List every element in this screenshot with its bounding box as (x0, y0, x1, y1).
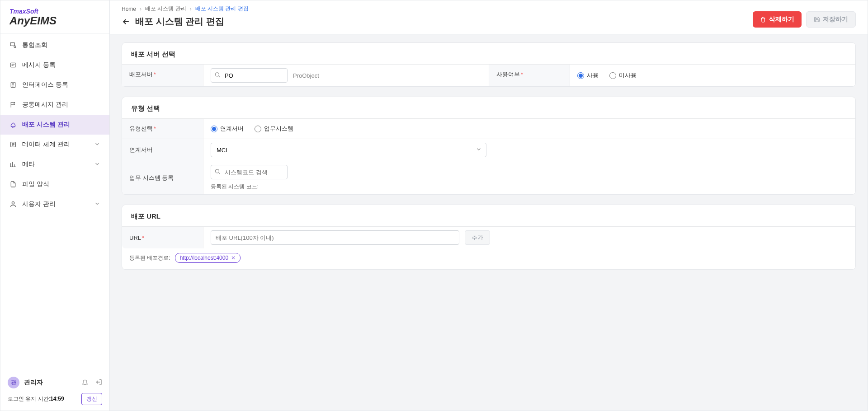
url-label: URL (129, 234, 141, 241)
delete-button-label: 삭제하기 (769, 15, 794, 23)
nav-item-interface-register[interactable]: 인터페이스 등록 (0, 75, 109, 95)
search-icon (214, 168, 221, 176)
system-code-search-input[interactable] (211, 165, 288, 179)
linked-label: 연계서버 (122, 139, 203, 161)
nav-item-deploy-system[interactable]: 배포 시스템 관리 (0, 115, 109, 135)
session-label: 로그인 유지 시간: (8, 396, 50, 402)
registered-path-label: 등록된 배포경로: (129, 254, 170, 262)
radio-input[interactable] (211, 126, 217, 132)
layers-icon (9, 141, 17, 148)
required-mark-icon: * (521, 71, 523, 78)
svg-point-7 (215, 169, 219, 173)
card-title: 유형 선택 (122, 97, 855, 118)
nav-item-user-management[interactable]: 사용자 관리 (0, 194, 109, 214)
radio-label: 미사용 (619, 71, 637, 79)
radio-input[interactable] (609, 72, 616, 79)
svg-point-5 (12, 202, 14, 204)
nav-item-message-register[interactable]: 메시지 등록 (0, 55, 109, 75)
logout-icon[interactable] (95, 378, 102, 387)
biz-register-label: 업무 시스템 등록 (122, 161, 203, 194)
registered-path-row: 등록된 배포경로: http://localhost:4000 ✕ (122, 248, 855, 269)
file-icon (9, 181, 17, 188)
rocket-icon (9, 121, 17, 128)
required-mark-icon: * (154, 71, 156, 78)
breadcrumb-separator-icon: › (140, 6, 142, 12)
remove-chip-icon[interactable]: ✕ (231, 255, 236, 261)
required-mark-icon: * (154, 125, 156, 132)
nav-item-label: 배포 시스템 관리 (22, 121, 100, 129)
linked-server-select[interactable]: MCI (211, 143, 486, 157)
save-button-label: 저장하기 (823, 15, 848, 23)
search-list-icon (9, 42, 17, 49)
url-chip: http://localhost:4000 ✕ (175, 253, 241, 263)
breadcrumb-item-current: 배포 시스템 관리 편집 (195, 5, 249, 13)
topbar: Home › 배포 시스템 관리 › 배포 시스템 관리 편집 배포 시스템 관… (110, 0, 868, 34)
type-label: 유형선택 (129, 125, 153, 132)
breadcrumb-item[interactable]: 배포 시스템 관리 (145, 5, 186, 13)
sidebar-footer: 관 관리자 로그인 유지 시간:14:59 갱신 (0, 371, 109, 411)
nav-item-data-system[interactable]: 데이터 체계 관리 (0, 135, 109, 154)
svg-point-6 (215, 73, 219, 76)
session-row: 로그인 유지 시간:14:59 갱신 (8, 393, 102, 405)
usage-radio-off[interactable]: 미사용 (609, 71, 637, 79)
main: Home › 배포 시스템 관리 › 배포 시스템 관리 편집 배포 시스템 관… (110, 0, 868, 411)
nav-item-label: 데이터 체계 관리 (22, 140, 89, 149)
back-arrow-icon[interactable] (122, 17, 131, 26)
breadcrumb-item[interactable]: Home (122, 6, 136, 12)
server-label: 배포서버 (129, 71, 153, 78)
logo-brand: TmaxSoft (9, 8, 100, 15)
top-actions: 삭제하기 저장하기 (753, 11, 856, 28)
page-title: 배포 시스템 관리 편집 (135, 15, 224, 28)
server-search-input[interactable] (211, 68, 288, 83)
user-name: 관리자 (24, 378, 77, 387)
nav-item-label: 메타 (22, 160, 89, 168)
breadcrumb: Home › 배포 시스템 관리 › 배포 시스템 관리 편집 (122, 5, 249, 13)
type-radio-linked[interactable]: 연계서버 (211, 125, 244, 133)
chevron-down-icon (94, 161, 100, 168)
user-row: 관 관리자 (8, 377, 102, 388)
nav-item-label: 인터페이스 등록 (22, 81, 100, 89)
url-chip-value: http://localhost:4000 (180, 255, 228, 261)
nav-item-meta[interactable]: 메타 (0, 154, 109, 174)
card-title: 배포 URL (122, 205, 855, 226)
nav-item-label: 통합조회 (22, 41, 100, 49)
nav-item-label: 메시지 등록 (22, 61, 100, 69)
bell-icon[interactable] (81, 378, 89, 387)
nav-item-label: 공통메시지 관리 (22, 101, 100, 109)
card-deploy-url: 배포 URL URL* 추가 (122, 205, 856, 270)
radio-label: 연계서버 (220, 125, 244, 133)
required-mark-icon: * (142, 234, 144, 241)
document-icon (9, 81, 17, 89)
save-button: 저장하기 (806, 11, 856, 28)
deploy-url-input[interactable] (211, 230, 459, 245)
chevron-down-icon (94, 141, 100, 149)
add-url-button: 추가 (465, 230, 490, 245)
breadcrumb-separator-icon: › (190, 6, 192, 12)
card-title: 배포 서버 선택 (122, 43, 855, 64)
logo-product: AnyEIMS (9, 15, 100, 27)
chevron-down-icon (94, 201, 100, 208)
usage-radio-on[interactable]: 사용 (577, 71, 599, 79)
sidebar: TmaxSoft AnyEIMS 통합조회 메시지 등록 인터페이스 등록 (0, 0, 110, 411)
nav-item-file-format[interactable]: 파일 양식 (0, 174, 109, 194)
usage-label: 사용여부 (496, 71, 520, 78)
svg-rect-0 (10, 43, 14, 46)
user-icon (9, 201, 17, 208)
registered-code-label: 등록된 시스템 코드: (211, 183, 848, 191)
flag-icon (9, 101, 17, 108)
session-refresh-button[interactable]: 갱신 (81, 393, 102, 405)
chart-icon (9, 161, 17, 168)
nav-item-common-message[interactable]: 공통메시지 관리 (0, 95, 109, 115)
radio-input[interactable] (577, 72, 584, 79)
server-detail: ProObject (288, 72, 319, 79)
radio-label: 사용 (587, 71, 599, 79)
delete-button[interactable]: 삭제하기 (753, 11, 802, 28)
type-radio-biz[interactable]: 업무시스템 (255, 125, 293, 133)
nav-item-label: 사용자 관리 (22, 200, 89, 208)
card-type-select: 유형 선택 유형선택* 연계서버 (122, 97, 856, 195)
session-time: 14:59 (50, 396, 64, 402)
avatar: 관 (8, 377, 19, 388)
radio-input[interactable] (255, 126, 261, 132)
nav-item-integrated-search[interactable]: 통합조회 (0, 35, 109, 55)
message-icon (9, 61, 17, 69)
